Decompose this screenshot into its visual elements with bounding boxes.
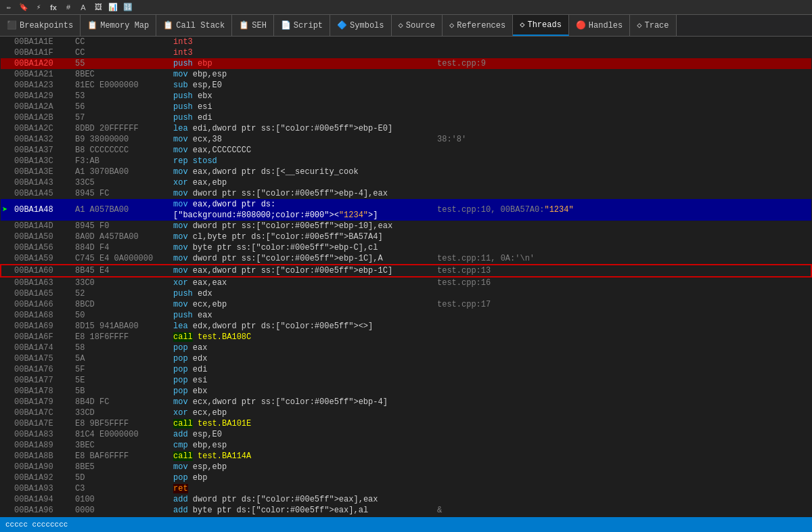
table-row[interactable]: 00BA1A1FCCint3: [1, 47, 811, 58]
tab-label-source: Source: [406, 21, 435, 30]
table-row[interactable]: 00BA1A755Apop edx: [1, 353, 811, 364]
tab-label-handles: Handles: [589, 21, 623, 30]
toolbar-icon-font[interactable]: A: [77, 1, 89, 14]
table-row[interactable]: 00BA1A7C33CDxor ecx,ebp: [1, 407, 811, 418]
table-row[interactable]: 00BA1A56884D F4mov byte ptr ss:["color:#…: [1, 242, 811, 253]
instruction-cell: pop ebp: [172, 472, 436, 483]
table-row[interactable]: 00BA1A925Dpop ebp: [1, 472, 811, 483]
toolbar-icon-fx[interactable]: fx: [47, 1, 60, 14]
toolbar-icon-bookmark[interactable]: 🔖: [18, 1, 30, 14]
table-row[interactable]: 00BA1A2C8DBD 20FFFFFFlea edi,dword ptr s…: [1, 123, 811, 134]
toolbar-icon-pencil[interactable]: ✏: [3, 1, 15, 14]
address-cell: 00BA1A3C: [13, 156, 74, 167]
disasm-container[interactable]: 00BA1A1ECCint300BA1A1FCCint300BA1A2055pu…: [0, 37, 812, 517]
table-row[interactable]: 00BA1A960000add byte ptr ds:["color:#00e…: [1, 505, 811, 516]
table-row[interactable]: 00BA1A940100add dword ptr ds:["color:#00…: [1, 494, 811, 505]
toolbar-icon-chart[interactable]: 📊: [107, 1, 119, 14]
table-row[interactable]: 00BA1A989Cpushfd: [1, 516, 811, 517]
bytes-cell: A1 A057BA00: [74, 199, 172, 221]
table-row[interactable]: 00BA1A2953push ebx: [1, 91, 811, 102]
bytes-cell: 33C0: [74, 277, 172, 288]
comment-cell: test.cpp:13: [436, 265, 811, 277]
table-row[interactable]: 00BA1A608B45 E4mov eax,dword ptr ss:["co…: [1, 265, 811, 277]
table-row[interactable]: 00BA1A775Epop esi: [1, 375, 811, 386]
address-cell: 00BA1A59: [13, 253, 74, 265]
table-row[interactable]: 00BA1A6850push eax: [1, 310, 811, 321]
table-row[interactable]: 00BA1A2381EC E0000000sub esp,E0: [1, 80, 811, 91]
toolbar-icon-lightning[interactable]: ⚡: [32, 1, 45, 14]
arrow-cell: [1, 299, 13, 310]
comment-cell: [436, 451, 811, 462]
table-row[interactable]: 00BA1A93C3ret: [1, 483, 811, 494]
toolbar-icon-img[interactable]: 🖼: [92, 1, 104, 14]
tab-memorymap[interactable]: 📋 Memory Map: [81, 15, 156, 36]
table-row[interactable]: 00BA1A508A0D A457BA00mov cl,byte ptr ds:…: [1, 231, 811, 242]
toolbar-icon-num[interactable]: 🔢: [122, 1, 134, 14]
address-cell: 00BA1A98: [13, 516, 74, 517]
bytes-cell: 3BEC: [74, 440, 172, 451]
comment-cell: [436, 386, 811, 397]
table-row[interactable]: 00BA1A32B9 38000000mov ecx,3838:'8': [1, 134, 811, 145]
table-row[interactable]: 00BA1A2A56push esi: [1, 102, 811, 112]
tab-handles[interactable]: 🔴 Handles: [569, 15, 630, 36]
tab-source[interactable]: ◇ Source: [392, 15, 443, 36]
comment-cell: test.cpp:11, 0A:'\n': [436, 253, 811, 265]
table-row[interactable]: 00BA1A218BECmov ebp,esp: [1, 69, 811, 80]
tab-symbols[interactable]: 🔷 Symbols: [330, 15, 391, 36]
comment-cell: test.cpp:9: [436, 58, 811, 69]
instruction-cell: push eax: [172, 310, 436, 321]
table-row[interactable]: 00BA1A798B4D FCmov ecx,dword ptr ss:["co…: [1, 397, 811, 407]
arrow-cell: [1, 253, 13, 265]
address-cell: 00BA1A1E: [13, 37, 74, 47]
tab-references[interactable]: ◇ References: [443, 15, 513, 36]
table-row[interactable]: 00BA1A8BE8 BAF6FFFFcall test.BA114A: [1, 451, 811, 462]
tab-breakpoints[interactable]: ⬛ Breakpoints: [0, 15, 81, 36]
instruction-cell: add dword ptr ds:["color:#00e5ff">eax],e…: [172, 494, 436, 505]
table-row[interactable]: ➤00BA1A48A1 A057BA00mov eax,dword ptr ds…: [1, 199, 811, 221]
table-row[interactable]: 00BA1A6FE8 18F6FFFFcall test.BA108C: [1, 332, 811, 342]
table-row[interactable]: 00BA1A4333C5xor eax,ebp: [1, 177, 811, 188]
bytes-cell: CC: [74, 37, 172, 47]
address-cell: 00BA1A7C: [13, 407, 74, 418]
tab-callstack[interactable]: 📋 Call Stack: [156, 15, 232, 36]
table-row[interactable]: 00BA1A59C745 E4 0A000000mov dword ptr ss…: [1, 253, 811, 265]
instruction-cell: add byte ptr ds:["color:#00e5ff">eax],al: [172, 505, 436, 516]
table-row[interactable]: 00BA1A908BE5mov esp,ebp: [1, 462, 811, 472]
tab-threads[interactable]: ◇ Threads: [513, 15, 569, 36]
table-row[interactable]: 00BA1A4D8945 F0mov dword ptr ss:["color:…: [1, 221, 811, 231]
bytes-cell: 5D: [74, 472, 172, 483]
table-row[interactable]: 00BA1A3CF3:ABrep stosd: [1, 156, 811, 167]
address-cell: 00BA1A2A: [13, 102, 74, 112]
comment-cell: [436, 397, 811, 407]
table-row[interactable]: 00BA1A37B8 CCCCCCCCmov eax,CCCCCCCC: [1, 145, 811, 156]
table-row[interactable]: 00BA1A893BECcmp ebp,esp: [1, 440, 811, 451]
arrow-cell: [1, 156, 13, 167]
table-row[interactable]: 00BA1A7EE8 9BF5FFFFcall test.BA101E: [1, 418, 811, 429]
table-row[interactable]: 00BA1A6333C0xor eax,eaxtest.cpp:16: [1, 277, 811, 288]
instruction-cell: mov eax,dword ptr ds:["background:#80800…: [172, 199, 436, 221]
table-row[interactable]: 00BA1A1ECCint3: [1, 37, 811, 47]
table-row[interactable]: 00BA1A6552push edx: [1, 288, 811, 299]
table-row[interactable]: 00BA1A2B57push edi: [1, 112, 811, 123]
arrow-cell: [1, 505, 13, 516]
toolbar-icon-hash[interactable]: #: [62, 1, 74, 14]
table-row[interactable]: 00BA1A785Bpop ebx: [1, 386, 811, 397]
address-cell: 00BA1A60: [13, 265, 74, 277]
bytes-cell: 0100: [74, 494, 172, 505]
tab-trace[interactable]: ◇ Trace: [630, 15, 676, 36]
tab-script[interactable]: 📄 Script: [274, 15, 330, 36]
bytes-cell: 55: [74, 58, 172, 69]
table-row[interactable]: 00BA1A2055push ebptest.cpp:9: [1, 58, 811, 69]
table-row[interactable]: 00BA1A7458pop eax: [1, 342, 811, 353]
table-row[interactable]: 00BA1A3EA1 3070BA00mov eax,dword ptr ds:…: [1, 167, 811, 177]
table-row[interactable]: 00BA1A458945 FCmov dword ptr ss:["color:…: [1, 188, 811, 199]
bytes-cell: 9C: [74, 516, 172, 517]
table-row[interactable]: 00BA1A668BCDmov ecx,ebptest.cpp:17: [1, 299, 811, 310]
address-cell: 00BA1A23: [13, 80, 74, 91]
tab-seh[interactable]: 📋 SEH: [232, 15, 274, 36]
table-row[interactable]: 00BA1A8381C4 E0000000add esp,E0: [1, 429, 811, 440]
tab-label-symbols: Symbols: [350, 21, 384, 30]
arrow-cell: [1, 397, 13, 407]
table-row[interactable]: 00BA1A765Fpop edi: [1, 364, 811, 375]
table-row[interactable]: 00BA1A698D15 941ABA00lea edx,dword ptr d…: [1, 321, 811, 332]
